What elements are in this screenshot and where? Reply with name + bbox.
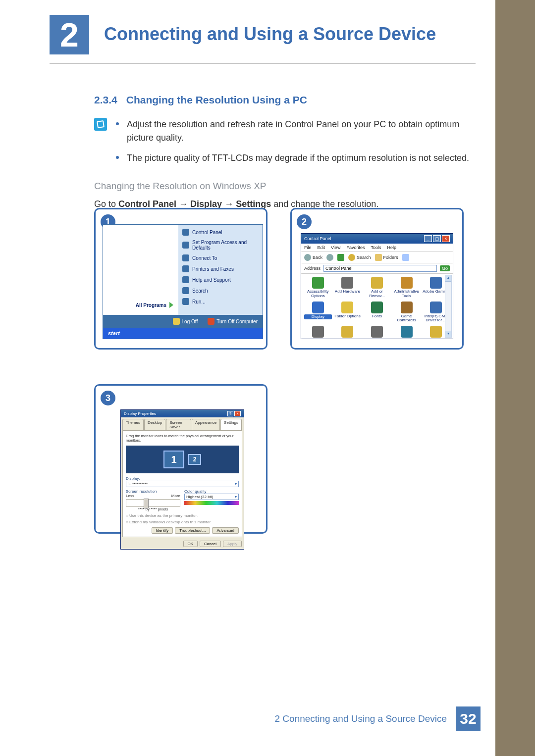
control-panel-item[interactable]: Mouse — [363, 326, 391, 339]
figure-badge: 2 — [297, 214, 312, 229]
start-menu-item[interactable]: Printers and Faxes — [178, 263, 263, 274]
control-panel-item[interactable]: Administrative Tools — [393, 277, 421, 299]
window-title: Display Properties — [124, 411, 156, 416]
cancel-button[interactable]: Cancel — [200, 541, 221, 547]
applet-icon — [401, 302, 413, 313]
color-quality-select[interactable]: Highest (32 bit)▾ — [184, 494, 239, 500]
address-input[interactable] — [323, 265, 437, 272]
tab-themes[interactable]: Themes — [122, 419, 144, 430]
monitor-1-icon[interactable]: 1 — [163, 451, 184, 468]
menu-item-icon — [182, 254, 189, 261]
maximize-button[interactable]: ▢ — [433, 235, 441, 242]
menu-item-icon — [182, 229, 189, 236]
menu-bar: FileEditViewFavoritesToolsHelp — [301, 244, 453, 252]
all-programs-item[interactable]: All Programs — [103, 299, 178, 311]
section-number: 2.3.4 — [94, 94, 117, 106]
control-panel-item[interactable]: Fonts — [363, 302, 391, 323]
chevron-down-icon: ▾ — [235, 495, 237, 499]
menu-item[interactable]: File — [304, 245, 312, 250]
color-spectrum-bar — [184, 501, 239, 505]
control-panel-item[interactable]: Network Connections — [393, 326, 421, 339]
advanced-button[interactable]: Advanced — [212, 527, 239, 534]
scroll-down-button[interactable]: ▾ — [445, 331, 451, 337]
up-icon[interactable] — [337, 254, 344, 261]
apply-button[interactable]: Apply — [223, 541, 242, 547]
back-button[interactable]: Back — [304, 254, 322, 261]
close-button[interactable]: × — [442, 235, 450, 242]
page-footer: 2 Connecting and Using a Source Device 3… — [275, 706, 481, 731]
control-panel-item[interactable]: Folder Options — [334, 302, 362, 323]
control-panel-item[interactable]: Add or Remov... — [363, 277, 391, 299]
slider-thumb[interactable] — [144, 499, 149, 508]
menu-item-icon — [182, 265, 189, 272]
menu-item[interactable]: Help — [387, 245, 396, 250]
minimize-button[interactable]: _ — [424, 235, 432, 242]
views-icon[interactable] — [402, 254, 409, 261]
control-panel-item[interactable]: Display — [304, 302, 332, 323]
applet-icon — [312, 277, 324, 289]
control-panel-window: Control Panel _ ▢ × FileEditViewFavorite… — [301, 233, 453, 339]
tab-screen-saver[interactable]: Screen Saver — [166, 419, 191, 430]
resolution-value: **** by **** pixels — [126, 507, 180, 511]
applet-icon — [341, 326, 353, 338]
close-button[interactable]: × — [234, 411, 241, 416]
scroll-up-button[interactable]: ▴ — [445, 275, 451, 282]
applet-icon — [341, 277, 353, 289]
menu-item[interactable]: Edit — [318, 245, 325, 250]
chevron-right-icon — [169, 302, 173, 308]
control-panel-item[interactable]: Game Controllers — [393, 302, 421, 323]
help-button[interactable]: ? — [227, 411, 233, 416]
primary-monitor-checkbox[interactable]: ○ Use this device as the primary monitor… — [126, 513, 239, 518]
applet-icon — [430, 277, 442, 289]
menu-item[interactable]: View — [331, 245, 340, 250]
applet-icon — [312, 326, 324, 338]
start-menu-item[interactable]: Connect To — [178, 252, 263, 263]
log-off-button[interactable]: Log Off — [173, 318, 198, 325]
footer-chapter-ref: 2 Connecting and Using a Source Device — [275, 713, 447, 724]
start-button[interactable]: start — [103, 328, 263, 339]
power-icon — [208, 318, 214, 325]
bullet-item: Adjust the resolution and refresh rate i… — [116, 118, 471, 145]
monitor-arrangement[interactable]: 1 2 — [126, 446, 239, 473]
address-bar: Address Go — [301, 263, 453, 274]
folders-button[interactable]: Folders — [375, 254, 398, 261]
monitor-2-icon[interactable]: 2 — [188, 454, 201, 465]
menu-item[interactable]: Favorites — [346, 245, 365, 250]
resolution-slider[interactable] — [126, 499, 180, 507]
applet-icon — [341, 302, 353, 313]
start-menu-item[interactable]: Run... — [178, 296, 263, 307]
menu-item-icon — [182, 276, 189, 283]
tab-desktop[interactable]: Desktop — [144, 419, 165, 430]
control-panel-item[interactable]: Keyboard — [304, 326, 332, 339]
control-panel-item[interactable]: Mail — [334, 326, 362, 339]
tab-settings[interactable]: Settings — [220, 419, 242, 430]
window-titlebar: Control Panel _ ▢ × — [301, 234, 453, 244]
section-heading: 2.3.4 Changing the Resolution Using a PC — [94, 94, 471, 106]
start-menu-item[interactable]: Control Panel — [178, 227, 263, 238]
start-menu-item[interactable]: Set Program Access and Defaults — [178, 238, 263, 252]
tab-appearance[interactable]: Appearance — [192, 419, 220, 430]
vertical-scrollbar[interactable]: ▴ ▾ — [445, 275, 452, 338]
extend-desktop-checkbox[interactable]: ○ Extend my Windows desktop onto this mo… — [126, 520, 239, 524]
identify-button[interactable]: Identify — [152, 527, 173, 534]
control-panel-item[interactable]: Accessibility Options — [304, 277, 332, 299]
troubleshoot-button[interactable]: Troubleshoot... — [175, 527, 210, 534]
display-select[interactable]: 1. **********▾ — [126, 481, 239, 487]
chapter-title: Connecting and Using a Source Device — [104, 24, 436, 45]
drag-monitors-message: Drag the monitor icons to match the phys… — [126, 434, 239, 443]
start-menu-item[interactable]: Search — [178, 285, 263, 296]
applet-icon — [371, 302, 383, 313]
start-menu-item[interactable]: Help and Support — [178, 274, 263, 285]
search-button[interactable]: Search — [348, 254, 371, 261]
go-button[interactable]: Go — [440, 265, 450, 271]
section-title: Changing the Resolution Using a PC — [126, 94, 307, 106]
turn-off-button[interactable]: Turn Off Computer — [208, 318, 258, 325]
applet-icon — [430, 326, 442, 338]
ok-button[interactable]: OK — [183, 541, 198, 547]
address-label: Address — [304, 266, 321, 271]
forward-icon[interactable] — [326, 254, 333, 261]
figure-3-display-properties: 3 Display Properties ? × ThemesDesktopSc… — [94, 384, 268, 534]
control-panel-item[interactable]: Add Hardware — [334, 277, 362, 299]
menu-item[interactable]: Tools — [371, 245, 381, 250]
chevron-down-icon: ▾ — [235, 482, 237, 486]
